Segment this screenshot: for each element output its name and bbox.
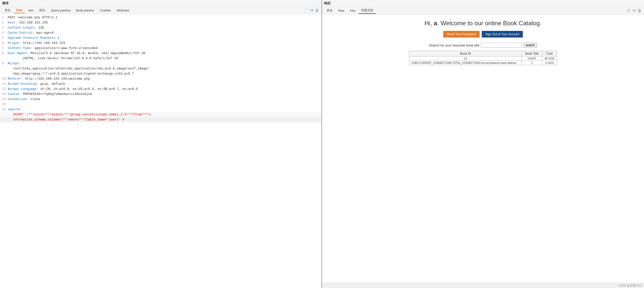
code-line-9b: text/html,application/xhtml+xml,applicat… [0, 66, 321, 71]
col-cost: Cost [542, 51, 557, 56]
code-line-14: 14 Connection: close [0, 97, 321, 102]
code-line-9: 9 Accept: [0, 61, 321, 66]
right-menu-icon[interactable]: ☰ [638, 9, 642, 13]
tab-raw-right[interactable]: Raw [336, 8, 347, 13]
left-panel-title: 请求 [2, 1, 9, 6]
tab-meihua-left[interactable]: 美化 [2, 7, 13, 13]
tab-attributes-left[interactable]: Attributes [114, 8, 132, 13]
tab-baotou-left[interactable]: 报头 [37, 7, 48, 13]
left-panel-header: 请求 [0, 0, 321, 7]
tab-hex-left[interactable]: Hex [26, 8, 36, 13]
table-row: 15 OSINT 48 SGD [409, 56, 557, 61]
code-line-2: 2 Host: 192.168.163.193 [0, 20, 321, 25]
sign-out-button[interactable]: Sign Out of Your Account [482, 31, 523, 38]
code-line-13: 13 Cookie: PHPSESSID=rfq8hq7v8mk8actcc20… [0, 92, 321, 97]
cell-cost-2: 3 SGD [542, 61, 557, 65]
tab-meihua-right[interactable]: 美化 [324, 8, 335, 14]
left-tab-icons: 📄 \n ☰ [304, 8, 319, 13]
code-line-7: 7 Content-Type: application/x-www-form-u… [0, 46, 321, 51]
result-table: Book ID Book Title Cost 15 OSINT 48 SGD … [409, 51, 557, 65]
code-line-16b: OSINT' /**/union/**/select/**/group_conc… [0, 112, 321, 117]
menu-icon[interactable]: ☰ [315, 8, 319, 13]
tab-raw-left[interactable]: Raw [14, 8, 25, 13]
code-line-16: 16 search= [0, 107, 321, 112]
newline-icon[interactable]: \n [310, 8, 314, 13]
col-book-title: Book Title [522, 51, 542, 56]
code-line-1: 1 POST /welcome.php HTTP/1.1 [0, 15, 321, 20]
document-icon[interactable]: 📄 [304, 8, 308, 13]
tab-hex-right[interactable]: Hex [348, 8, 358, 13]
reset-password-button[interactable]: Reset Your Password [443, 31, 480, 38]
code-line-15: 15 [0, 102, 321, 107]
left-tab-bar: 美化 Raw Hex 报头 Query params Body params C… [0, 7, 321, 14]
code-line-3: 3 Content-Length: 135 [0, 25, 321, 30]
code-line-16c: nformation_schema.columns/**/where/**/ta… [0, 117, 321, 122]
bottom-bar: CSDN @郑晨中3.0 [322, 283, 644, 288]
cell-book-id-2: USER.CURRENT_CONNECTIONS.TOTAL_CONNECTIO… [409, 61, 522, 65]
code-line-4: 4 Cache-Control: max-age=0 [0, 30, 321, 35]
welcome-rest: . Welcome to our online Book Catalog. [437, 20, 541, 27]
search-label: Search for your favourite book title [429, 43, 479, 47]
right-doc-icon[interactable]: ⬜ [627, 9, 631, 13]
response-content: Hi, a. Welcome to our online Book Catalo… [322, 15, 644, 283]
code-line-9c: ebp,image/apng,*/*;q=0.8,application/sig… [0, 71, 321, 76]
code-line-11: 11 Accept-Encoding: gzip, deflate [0, 81, 321, 87]
right-panel-title: 响应 [324, 1, 331, 6]
tab-cookies-left[interactable]: Cookies [97, 8, 113, 13]
col-book-id: Book ID [409, 51, 522, 56]
right-tab-icons: ⬜ \n ☰ [627, 9, 642, 13]
search-bar: Search for your favourite book title sea… [429, 43, 537, 48]
left-panel-content: 1 POST /welcome.php HTTP/1.1 2 Host: 192… [0, 14, 321, 288]
username: a [434, 20, 437, 27]
left-panel: 请求 美化 Raw Hex 报头 Query params Body param… [0, 0, 322, 288]
code-line-8: 8 User-Agent: Mozilla/5.0 (Windows NT 10… [0, 51, 321, 56]
tab-bodyparams-left[interactable]: Body params [73, 8, 97, 13]
search-input[interactable] [481, 43, 522, 48]
code-line-5: 5 Upgrade-Insecure-Requests 1 [0, 35, 321, 41]
right-panel-header: 响应 [322, 0, 644, 7]
tab-queryparams-left[interactable]: Query params [48, 8, 73, 13]
cell-cost-1: 48 SGD [542, 56, 557, 61]
search-button[interactable]: search [523, 43, 537, 48]
right-panel: 响应 美化 Raw Hex 页面渲染 ⬜ \n ☰ Hi, a. Welcome… [322, 0, 644, 288]
code-line-8b: (KHTML, like Gecko) Chrome/122.0.0.0 Saf… [0, 56, 321, 61]
tab-pagerender-right[interactable]: 页面渲染 [358, 7, 376, 14]
table-row: USER.CURRENT_CONNECTIONS.TOTAL_CONNECTIO… [409, 61, 557, 65]
code-line-10: 10 Referer: http://192.168.163.193/welco… [0, 76, 321, 81]
cell-book-title-2: 2 [522, 61, 542, 65]
action-buttons: Reset Your Password Sign Out of Your Acc… [443, 31, 523, 38]
right-tab-bar: 美化 Raw Hex 页面渲染 ⬜ \n ☰ [322, 7, 644, 15]
cell-book-id-1: 15 [409, 56, 522, 61]
table-header-row: Book ID Book Title Cost [409, 51, 557, 56]
code-line-6: 6 Origin: http://192.168.163.193 [0, 41, 321, 46]
credit-text: CSDN @郑晨中3.0 [618, 284, 642, 287]
right-newline-icon[interactable]: \n [632, 9, 636, 13]
code-line-12: 12 Accept-Language: zh-CN, zh;q=0.9, en-… [0, 87, 321, 92]
cell-book-title-1: OSINT [522, 56, 542, 61]
welcome-title: Hi, a. Welcome to our online Book Catalo… [425, 20, 541, 27]
